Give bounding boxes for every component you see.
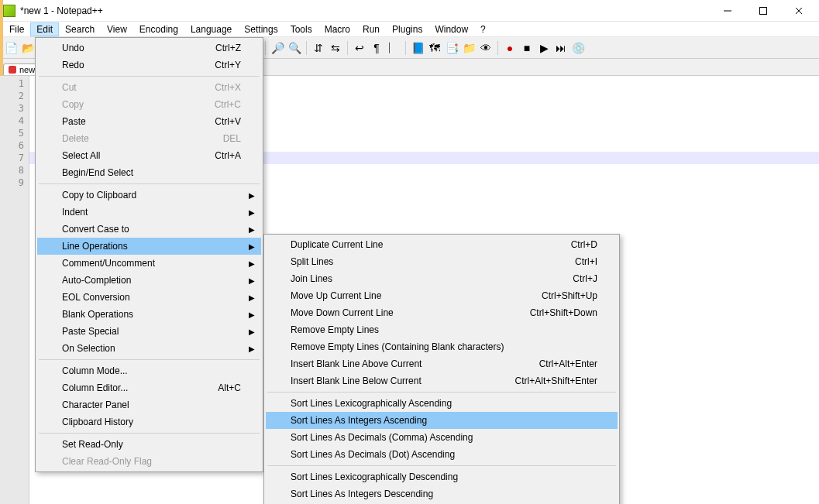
new-file-icon[interactable]: 📄 [3,40,19,56]
line-number: 2 [0,90,24,102]
menu-item-label: Sort Lines As Integers Ascending [291,415,427,426]
edit-menu-item-indent[interactable]: Indent▶ [37,204,261,221]
doc-map-icon[interactable]: 🗺 [427,40,442,56]
lineops-item-sort-lines-lexicographically-descending[interactable]: Sort Lines Lexicographically Descending [266,468,618,485]
edit-menu-item-paste-special[interactable]: Paste Special▶ [37,323,261,340]
show-all-chars-icon[interactable]: ¶ [369,40,384,56]
menu-macro[interactable]: Macro [318,22,356,36]
menu-item-shortcut: Alt+C [218,382,241,393]
edit-menu-item-select-all[interactable]: Select AllCtrl+A [37,147,261,164]
edit-menu-item-undo[interactable]: UndoCtrl+Z [37,39,261,57]
folder-icon[interactable]: 📁 [461,40,477,56]
menu-window[interactable]: Window [428,22,474,36]
edit-menu-item-begin-end-select[interactable]: Begin/End Select [37,164,261,181]
close-button[interactable] [788,3,810,19]
menu-item-label: Duplicate Current Line [291,239,383,250]
lineops-item-insert-blank-line-above-current[interactable]: Insert Blank Line Above CurrentCtrl+Alt+… [266,355,618,372]
lineops-item-sort-lines-as-integers-ascending[interactable]: Sort Lines As Integers Ascending [266,412,618,429]
menu-item-label: Clipboard History [62,417,133,427]
toolbar-separator [306,41,307,55]
macro-record-icon[interactable]: ● [502,40,518,56]
edit-menu-item-set-read-only[interactable]: Set Read-Only [37,436,261,453]
macro-stop-icon[interactable]: ■ [519,40,535,56]
menu-item-label: Column Editor... [62,382,128,393]
open-file-icon[interactable]: 📂 [20,40,36,56]
menu-item-label: Indent [62,207,88,218]
func-list-icon[interactable]: 📑 [444,40,459,56]
line-number: 1 [0,77,24,90]
menu-edit[interactable]: Edit [30,22,59,36]
edit-menu-item-character-panel[interactable]: Character Panel [37,396,261,413]
edit-menu-item-comment-uncomment[interactable]: Comment/Uncomment▶ [37,255,261,272]
lineops-item-sort-lines-as-integers-descending[interactable]: Sort Lines As Integers Descending [266,485,618,502]
edit-menu-item-convert-case-to[interactable]: Convert Case to▶ [37,221,261,238]
lineops-item-sort-lines-as-decimals-comma-ascending[interactable]: Sort Lines As Decimals (Comma) Ascending [266,429,618,446]
zoom-in-icon[interactable]: 🔎 [270,40,285,56]
macro-play-icon[interactable]: ▶ [536,40,552,56]
line-number: 6 [0,139,24,152]
lineops-item-join-lines[interactable]: Join LinesCtrl+J [266,270,618,287]
menu-[interactable]: ? [474,22,492,36]
edit-menu-item-line-operations[interactable]: Line Operations▶ [37,238,261,255]
lineops-item-move-up-current-line[interactable]: Move Up Current LineCtrl+Shift+Up [266,287,618,304]
edit-menu-item-blank-operations[interactable]: Blank Operations▶ [37,306,261,323]
sync-h-icon[interactable]: ⇆ [328,40,343,56]
lineops-item-duplicate-current-line[interactable]: Duplicate Current LineCtrl+D [266,236,618,253]
menu-item-label: Move Up Current Line [291,290,381,301]
menu-view[interactable]: View [101,22,133,36]
edit-menu-item-paste[interactable]: PasteCtrl+V [37,113,261,130]
edit-menu-item-on-selection[interactable]: On Selection▶ [37,340,261,357]
menu-run[interactable]: Run [356,22,386,36]
menu-search[interactable]: Search [59,22,101,36]
minimize-button[interactable] [717,3,738,19]
submenu-arrow-icon: ▶ [249,242,255,251]
menu-item-label: Join Lines [291,273,332,284]
menu-file[interactable]: File [3,22,30,36]
edit-menu-item-clipboard-history[interactable]: Clipboard History [37,413,261,430]
lineops-item-sort-lines-as-decimals-dot-ascending[interactable]: Sort Lines As Decimals (Dot) Ascending [266,446,618,463]
menu-encoding[interactable]: Encoding [133,22,184,36]
lineops-item-remove-empty-lines[interactable]: Remove Empty Lines [266,321,618,338]
indent-guide-icon[interactable]: ⎸ [386,40,401,56]
edit-menu-item-copy-to-clipboard[interactable]: Copy to Clipboard▶ [37,187,261,204]
menu-item-label: Sort Lines As Integers Descending [291,489,433,499]
maximize-button[interactable] [752,3,774,19]
macro-replay-icon[interactable]: ⏭ [553,40,569,56]
sync-v-icon[interactable]: ⇵ [311,40,326,56]
edit-menu-item-eol-conversion[interactable]: EOL Conversion▶ [37,289,261,306]
submenu-arrow-icon: ▶ [249,259,255,268]
menu-item-label: Paste Special [62,326,119,337]
menu-item-label: Insert Blank Line Below Current [291,375,422,386]
menu-item-shortcut: Ctrl+Shift+Down [530,307,597,318]
lineops-item-insert-blank-line-below-current[interactable]: Insert Blank Line Below CurrentCtrl+Alt+… [266,372,618,389]
svg-rect-1 [760,7,767,14]
menu-item-shortcut: Ctrl+Alt+Enter [539,358,597,369]
menu-language[interactable]: Language [184,22,238,36]
menu-tools[interactable]: Tools [284,22,318,36]
app-icon [3,5,15,17]
lang-icon[interactable]: 📘 [410,40,425,56]
line-number-gutter: 123456789 [0,76,29,504]
zoom-out-icon[interactable]: 🔍 [287,40,302,56]
menu-item-label: Split Lines [291,256,333,267]
lineops-item-sort-lines-lexicographically-ascending[interactable]: Sort Lines Lexicographically Ascending [266,395,618,412]
lineops-item-split-lines[interactable]: Split LinesCtrl+I [266,253,618,270]
menu-item-label: Sort Lines Lexicographically Descending [291,471,458,482]
edit-menu-item-column-editor[interactable]: Column Editor...Alt+C [37,379,261,396]
menu-item-label: Clear Read-Only Flag [62,456,152,467]
edit-menu-item-redo[interactable]: RedoCtrl+Y [37,57,261,74]
toolbar-separator [265,41,266,55]
menu-plugins[interactable]: Plugins [386,22,428,36]
edit-menu-item-copy: CopyCtrl+C [37,96,261,113]
menu-separator [39,433,260,434]
lineops-item-move-down-current-line[interactable]: Move Down Current LineCtrl+Shift+Down [266,304,618,321]
macro-save-icon[interactable]: 💿 [570,40,586,56]
edit-menu-item-auto-completion[interactable]: Auto-Completion▶ [37,272,261,289]
line-number: 3 [0,102,24,115]
menu-settings[interactable]: Settings [238,22,284,36]
submenu-arrow-icon: ▶ [249,208,255,217]
monitor-icon[interactable]: 👁 [478,40,494,56]
edit-menu-item-column-mode[interactable]: Column Mode... [37,362,261,379]
wrap-icon[interactable]: ↩ [352,40,367,56]
lineops-item-remove-empty-lines-containing-blank-characters[interactable]: Remove Empty Lines (Containing Blank cha… [266,338,618,355]
